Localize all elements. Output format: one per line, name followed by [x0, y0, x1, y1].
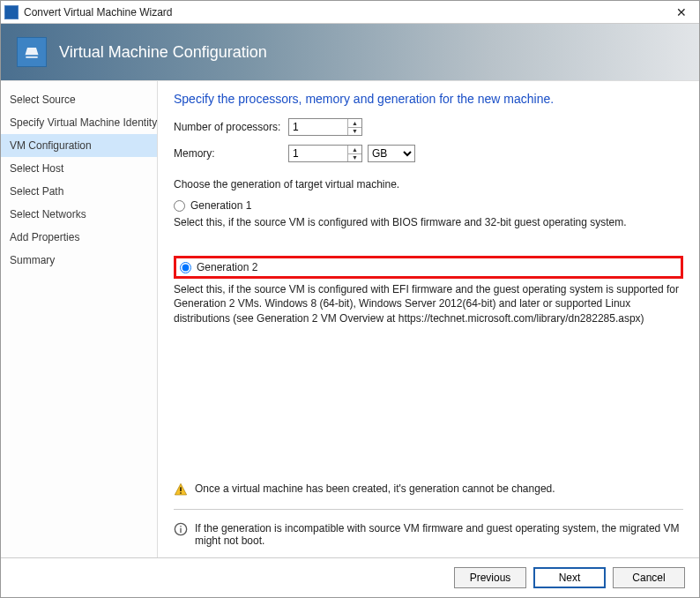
separator	[174, 509, 683, 510]
memory-label: Memory:	[174, 147, 288, 160]
close-icon[interactable]: ✕	[664, 1, 699, 24]
info-note: If the generation is incompatible with s…	[174, 522, 683, 547]
main-panel: Specify the processors, memory and gener…	[158, 81, 699, 557]
chevron-down-icon[interactable]: ▼	[348, 128, 361, 136]
wizard-step[interactable]: VM Configuration	[1, 134, 157, 157]
app-icon	[4, 5, 19, 19]
memory-unit-select[interactable]: GB	[368, 145, 415, 162]
gen2-radio-row[interactable]: Generation 2	[180, 261, 596, 273]
wizard-window: Convert Virtual Machine Wizard ✕ Virtual…	[0, 0, 700, 598]
gen1-label: Generation 1	[190, 199, 251, 212]
wizard-step[interactable]: Select Networks	[1, 203, 157, 226]
step-sidebar: Select SourceSpecify Virtual Machine Ide…	[1, 81, 158, 557]
processors-label: Number of processors:	[174, 121, 288, 133]
info-icon	[174, 522, 188, 536]
processors-row: Number of processors: ▲▼	[174, 118, 683, 136]
svg-rect-3	[180, 528, 181, 533]
previous-button[interactable]: Previous	[454, 567, 526, 588]
warning-note: Once a virtual machine has been created,…	[174, 482, 683, 497]
wizard-step[interactable]: Select Path	[1, 180, 157, 203]
wizard-body: Select SourceSpecify Virtual Machine Ide…	[1, 80, 699, 557]
memory-input[interactable]	[289, 146, 347, 161]
spinner-buttons[interactable]: ▲▼	[347, 146, 361, 161]
warning-icon	[174, 482, 188, 497]
svg-rect-4	[180, 526, 181, 527]
gen2-label: Generation 2	[197, 261, 257, 273]
chevron-up-icon[interactable]: ▲	[348, 146, 361, 154]
banner-icon	[17, 37, 47, 67]
wizard-step[interactable]: Select Source	[1, 88, 157, 111]
gen2-highlight: Generation 2	[174, 256, 683, 279]
svg-rect-0	[180, 487, 181, 491]
wizard-step[interactable]: Summary	[1, 249, 157, 272]
processors-input[interactable]	[289, 119, 347, 135]
processors-stepper[interactable]: ▲▼	[288, 118, 362, 136]
titlebar: Convert Virtual Machine Wizard ✕	[1, 1, 699, 24]
gen1-radio[interactable]	[174, 200, 185, 212]
banner-heading: Virtual Machine Configuration	[59, 43, 267, 62]
gen2-radio[interactable]	[180, 262, 191, 273]
chevron-up-icon[interactable]: ▲	[348, 119, 361, 128]
gen1-radio-row[interactable]: Generation 1	[174, 199, 683, 212]
memory-row: Memory: ▲▼ GB	[174, 145, 683, 162]
window-title: Convert Virtual Machine Wizard	[24, 6, 664, 19]
chevron-down-icon[interactable]: ▼	[348, 154, 361, 162]
memory-stepper[interactable]: ▲▼	[288, 145, 362, 162]
cancel-button[interactable]: Cancel	[613, 567, 685, 588]
generation-intro: Choose the generation of target virtual …	[174, 178, 683, 191]
spinner-buttons[interactable]: ▲▼	[347, 119, 361, 135]
wizard-step[interactable]: Add Properties	[1, 226, 157, 249]
next-button[interactable]: Next	[533, 567, 606, 588]
gen2-desc: Select this, if the source VM is configu…	[174, 282, 683, 325]
info-text: If the generation is incompatible with s…	[195, 522, 683, 547]
banner: Virtual Machine Configuration	[1, 24, 699, 80]
page-heading: Specify the processors, memory and gener…	[174, 92, 683, 106]
wizard-step[interactable]: Specify Virtual Machine Identity	[1, 111, 157, 134]
svg-rect-1	[180, 492, 181, 493]
wizard-footer: Previous Next Cancel	[1, 557, 699, 597]
warning-text: Once a virtual machine has been created,…	[195, 482, 555, 495]
gen1-desc: Select this, if the source VM is configu…	[174, 215, 683, 229]
wizard-step[interactable]: Select Host	[1, 157, 157, 180]
